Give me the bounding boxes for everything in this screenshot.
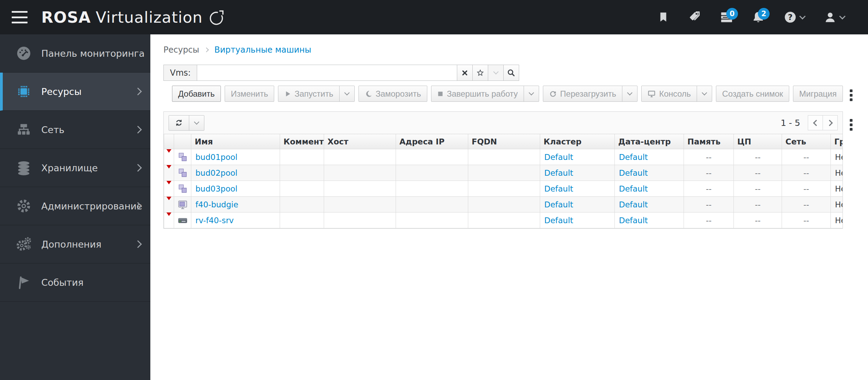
- col-fqdn[interactable]: FQDN: [468, 134, 540, 149]
- next-page-button[interactable]: [823, 115, 838, 130]
- table-row[interactable]: f40-budgie Default Default -- -- -- Нет: [164, 197, 843, 213]
- gauge-icon: [15, 45, 32, 61]
- sidebar-item-administration[interactable]: Администрирование: [0, 187, 150, 225]
- datacenter-link[interactable]: Default: [619, 216, 648, 225]
- col-network[interactable]: Сеть: [782, 134, 831, 149]
- shutdown-vm-button[interactable]: Завершить работу: [431, 86, 524, 102]
- col-graphics[interactable]: Графи: [831, 134, 843, 149]
- table-row[interactable]: bud02pool Default Default -- -- -- Нет: [164, 165, 843, 181]
- cluster-link[interactable]: Default: [544, 216, 573, 225]
- toolbar-kebab-menu[interactable]: [846, 87, 856, 103]
- refresh-grid-button[interactable]: [169, 115, 189, 131]
- chevron-down-icon: [839, 13, 845, 19]
- clear-x-icon: [461, 69, 469, 77]
- search-scope-label: Vms:: [163, 65, 197, 81]
- tags-icon[interactable]: [684, 5, 706, 29]
- network-icon: [15, 122, 32, 138]
- console-dropdown[interactable]: [697, 86, 712, 102]
- status-stopped-icon: [165, 213, 172, 225]
- sidebar-item-storage[interactable]: Хранилище: [0, 149, 150, 187]
- bookmark-search-button[interactable]: [473, 65, 488, 81]
- search-button[interactable]: [504, 65, 519, 81]
- hamburger-menu-icon[interactable]: [12, 11, 28, 23]
- sidebar-item-compute[interactable]: Ресурсы: [0, 73, 150, 111]
- vm-name-link[interactable]: rv-f40-srv: [195, 216, 234, 225]
- breadcrumb-current[interactable]: Виртуальные машины: [214, 45, 311, 55]
- datacenter-link[interactable]: Default: [619, 184, 648, 193]
- cluster-link[interactable]: Default: [544, 169, 573, 177]
- reboot-vm-button[interactable]: Перезагрузить: [543, 86, 622, 102]
- run-vm-button[interactable]: Запустить: [278, 86, 339, 102]
- refresh-interval-dropdown[interactable]: [189, 115, 204, 131]
- vm-name-link[interactable]: bud01pool: [195, 153, 237, 162]
- vm-ip: [396, 197, 468, 213]
- search-input[interactable]: [197, 65, 457, 81]
- brand-logo[interactable]: ROSA Virtualization: [41, 8, 225, 26]
- prev-page-button[interactable]: [808, 115, 823, 130]
- cluster-link[interactable]: Default: [544, 184, 573, 193]
- table-row[interactable]: bud03pool Default Default -- -- -- Нет: [164, 181, 843, 197]
- play-icon: [284, 90, 291, 97]
- col-memory[interactable]: Память: [684, 134, 734, 149]
- col-host[interactable]: Хост: [324, 134, 396, 149]
- vm-name-link[interactable]: bud02pool: [195, 169, 237, 177]
- grid-kebab-menu[interactable]: [846, 117, 856, 133]
- migrate-button[interactable]: Миграция: [793, 86, 843, 102]
- table-header-row: Имя Комментар Хост Адреса IP FQDN Класте…: [164, 134, 843, 149]
- sidebar-item-events[interactable]: События: [0, 263, 150, 302]
- vm-network: --: [782, 165, 831, 181]
- snapshot-button[interactable]: Создать снимок: [716, 86, 789, 102]
- chevron-down-icon: [344, 90, 350, 96]
- sidebar-item-network[interactable]: Сеть: [0, 111, 150, 149]
- col-icon: [174, 134, 191, 149]
- col-cluster[interactable]: Кластер: [540, 134, 615, 149]
- vm-name-link[interactable]: f40-budgie: [195, 200, 238, 209]
- vm-graphics: Нет: [831, 197, 843, 213]
- datacenter-link[interactable]: Default: [619, 169, 648, 177]
- bookmark-icon[interactable]: [653, 5, 674, 29]
- col-cpu[interactable]: ЦП: [734, 134, 782, 149]
- sidebar-item-addons[interactable]: Дополнения: [0, 225, 150, 263]
- status-stopped-icon: [165, 149, 172, 162]
- saved-search-dropdown[interactable]: [488, 65, 504, 81]
- cluster-link[interactable]: Default: [544, 153, 573, 162]
- chevron-down-icon: [493, 69, 499, 75]
- cluster-link[interactable]: Default: [544, 200, 573, 209]
- vm-cpu: --: [734, 149, 782, 165]
- user-icon: [824, 11, 837, 24]
- user-menu[interactable]: [819, 5, 849, 29]
- breadcrumb: Ресурсы Виртуальные машины: [163, 44, 868, 56]
- shutdown-vm-dropdown[interactable]: [524, 86, 539, 102]
- breadcrumb-parent[interactable]: Ресурсы: [163, 45, 199, 55]
- col-ip[interactable]: Адреса IP: [396, 134, 468, 149]
- table-row[interactable]: bud01pool Default Default -- -- -- Нет: [164, 149, 843, 165]
- gear-icon: [15, 198, 32, 214]
- vm-graphics: Нет: [831, 149, 843, 165]
- console-button[interactable]: Консоль: [641, 86, 697, 102]
- suspend-vm-button[interactable]: Заморозить: [358, 86, 427, 102]
- help-icon: ?: [784, 11, 797, 24]
- help-menu[interactable]: ?: [779, 5, 809, 29]
- col-name[interactable]: Имя: [191, 134, 280, 149]
- chevron-right-icon: [134, 126, 142, 134]
- col-comment[interactable]: Комментар: [280, 134, 324, 149]
- sidebar-item-dashboard[interactable]: Панель мониторинга: [0, 34, 150, 73]
- add-vm-button[interactable]: Добавить: [172, 86, 221, 102]
- chevron-right-icon: [204, 47, 209, 52]
- datacenter-link[interactable]: Default: [619, 200, 648, 209]
- col-datacenter[interactable]: Дата-центр: [615, 134, 684, 149]
- edit-vm-button[interactable]: Изменить: [225, 86, 274, 102]
- grid-toolbar: 1 - 5: [164, 112, 843, 134]
- vm-host: [324, 181, 396, 197]
- datacenter-link[interactable]: Default: [619, 153, 648, 162]
- vm-pool-icon: [174, 167, 191, 178]
- tasks-icon[interactable]: 0: [716, 5, 737, 29]
- vm-graphics: Нет: [831, 165, 843, 181]
- reboot-vm-dropdown[interactable]: [622, 86, 637, 102]
- table-row[interactable]: rv-f40-srv Default Default -- -- -- Нет: [164, 213, 843, 228]
- vm-name-link[interactable]: bud03pool: [195, 184, 237, 193]
- clear-search-button[interactable]: [457, 65, 473, 81]
- bell-icon[interactable]: 2: [748, 5, 769, 29]
- run-vm-dropdown[interactable]: [339, 86, 355, 102]
- vm-cpu: --: [734, 181, 782, 197]
